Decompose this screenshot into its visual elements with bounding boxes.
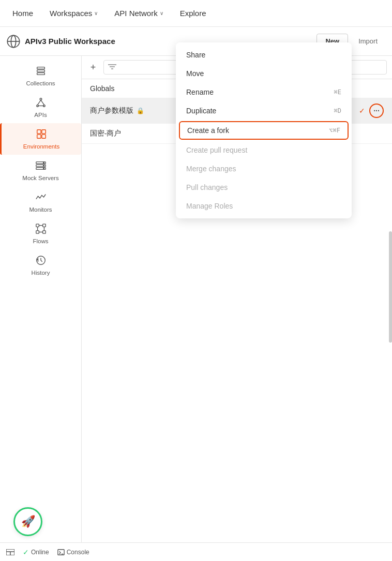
nav-home[interactable]: Home — [12, 9, 33, 18]
duplicate-shortcut: ⌘D — [334, 107, 341, 114]
sidebar-item-environments-label: Environments — [23, 143, 59, 150]
svg-rect-15 — [42, 135, 46, 138]
bottom-bar: ✓ Online Console — [0, 542, 392, 561]
flows-icon — [35, 223, 47, 236]
online-status: ✓ Online — [23, 548, 49, 556]
chevron-down-icon: ∨ — [94, 10, 98, 16]
svg-rect-12 — [37, 130, 41, 134]
nav-api-network[interactable]: API Network ∨ — [114, 9, 163, 18]
sidebar-item-flows[interactable]: Flows — [0, 218, 81, 249]
mock-servers-icon — [35, 160, 47, 173]
lock-icon: 🔒 — [137, 107, 144, 114]
sidebar-item-apis-label: APIs — [34, 112, 47, 118]
online-label: Online — [31, 549, 49, 556]
sidebar-item-monitors[interactable]: Monitors — [0, 186, 81, 218]
sidebar-item-monitors-label: Monitors — [29, 206, 52, 213]
scroll-thumb — [389, 231, 392, 343]
globe-icon — [6, 34, 21, 49]
svg-rect-5 — [37, 73, 44, 75]
chevron-down-icon: ∨ — [160, 10, 163, 16]
sidebar-item-apis[interactable]: APIs — [0, 92, 81, 123]
menu-item-create-pull-request: Create pull request — [176, 141, 352, 159]
more-options-button[interactable]: ··· — [369, 104, 384, 118]
context-menu: Share Move Rename ⌘E Duplicate ⌘D Create… — [176, 42, 352, 218]
svg-rect-14 — [37, 135, 41, 138]
svg-point-21 — [43, 168, 44, 169]
import-button[interactable]: Import — [352, 34, 384, 48]
svg-line-9 — [37, 100, 40, 105]
svg-rect-22 — [36, 224, 39, 227]
layout-icon — [6, 549, 14, 555]
menu-item-manage-roles: Manage Roles — [176, 197, 352, 215]
sidebar-item-mock-servers[interactable]: Mock Servers — [0, 155, 81, 186]
scrollbar[interactable] — [389, 98, 392, 542]
sidebar-item-collections[interactable]: Collections — [0, 60, 81, 92]
svg-rect-13 — [42, 130, 46, 134]
rocket-icon: 🚀 — [21, 515, 35, 528]
menu-item-share[interactable]: Share — [176, 46, 352, 64]
monitors-icon — [35, 191, 47, 204]
menu-item-merge-changes: Merge changes — [176, 159, 352, 178]
online-icon: ✓ — [23, 548, 29, 556]
console-area[interactable]: Console — [57, 549, 89, 556]
layout-icon-area — [6, 549, 14, 555]
environments-icon — [36, 128, 47, 141]
menu-item-pull-changes: Pull changes — [176, 178, 352, 197]
rename-shortcut: ⌘E — [334, 88, 341, 96]
svg-rect-3 — [37, 67, 44, 69]
menu-item-duplicate[interactable]: Duplicate ⌘D — [176, 101, 352, 120]
console-icon — [57, 549, 65, 556]
svg-rect-25 — [42, 231, 46, 234]
nav-workspaces[interactable]: Workspaces ∨ — [50, 9, 98, 18]
filter-icon — [108, 63, 116, 71]
check-icon: ✓ — [359, 107, 365, 115]
svg-point-19 — [43, 163, 44, 164]
sidebar-item-collections-label: Collections — [26, 80, 55, 86]
menu-item-rename[interactable]: Rename ⌘E — [176, 83, 352, 101]
svg-line-10 — [41, 100, 44, 105]
nav-explore[interactable]: Explore — [180, 9, 206, 18]
sidebar-item-history[interactable]: History — [0, 249, 81, 281]
svg-rect-4 — [37, 70, 44, 72]
sidebar-item-history-label: History — [32, 270, 50, 276]
add-environment-button[interactable]: + — [87, 61, 99, 73]
apis-icon — [35, 97, 47, 110]
sidebar: Collections APIs — [0, 56, 82, 542]
fork-shortcut: ⌥⌘F — [329, 127, 340, 134]
menu-item-create-fork[interactable]: Create a fork ⌥⌘F — [179, 121, 349, 140]
menu-item-move[interactable]: Move — [176, 64, 352, 83]
launch-button[interactable]: 🚀 — [13, 507, 42, 536]
sidebar-item-flows-label: Flows — [33, 238, 48, 244]
svg-point-6 — [40, 98, 42, 100]
console-label: Console — [67, 549, 89, 556]
sidebar-item-mock-servers-label: Mock Servers — [22, 175, 58, 181]
top-nav: Home Workspaces ∨ API Network ∨ Explore — [0, 0, 392, 27]
sidebar-item-environments[interactable]: Environments — [0, 123, 81, 155]
history-icon — [35, 255, 47, 268]
collections-icon — [35, 65, 47, 78]
svg-rect-23 — [42, 224, 46, 227]
svg-point-20 — [43, 165, 44, 166]
svg-rect-24 — [36, 231, 39, 234]
